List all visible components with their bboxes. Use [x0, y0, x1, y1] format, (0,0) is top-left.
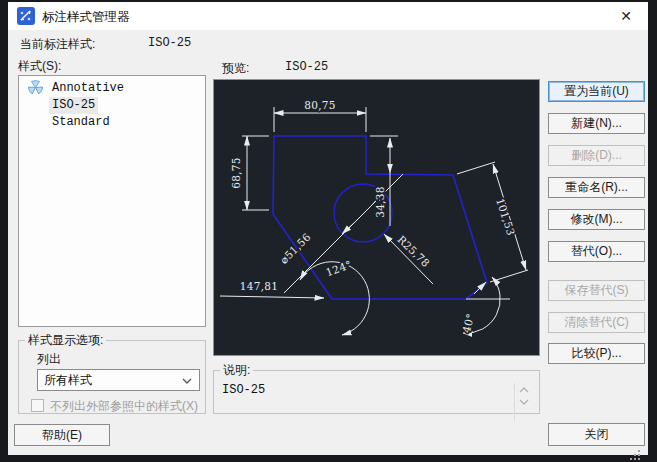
chevron-down-icon[interactable]	[519, 399, 529, 405]
screen: 标注样式管理器 ✕ 当前标注样式: ISO-25 样式(S):	[0, 0, 657, 462]
description-group: 说明: ISO-25	[213, 362, 540, 414]
list-filter-dropdown[interactable]: 所有样式	[37, 369, 200, 391]
list-item-annotative[interactable]: Annotative	[19, 79, 205, 96]
close-button[interactable]: 关闭	[548, 423, 645, 446]
save-override-button: 保存替代(S)	[548, 280, 645, 301]
xref-checkbox[interactable]	[31, 399, 44, 412]
set-current-button[interactable]: 置为当前(U)	[548, 81, 645, 102]
styles-label: 样式(S):	[18, 58, 61, 75]
preview-label: 预览:	[222, 60, 249, 77]
dim-text: 80,75	[304, 99, 336, 111]
dim-text: 68,75	[230, 157, 242, 189]
help-button[interactable]: 帮助(E)	[14, 424, 110, 446]
resize-grip[interactable]	[628, 446, 642, 462]
list-item-iso25[interactable]: ISO-25	[19, 96, 205, 113]
new-button[interactable]: 新建(N)...	[548, 113, 645, 134]
dialog-body: 当前标注样式: ISO-25 样式(S): Annotativ	[8, 30, 648, 455]
dim-text: 34,38	[374, 186, 386, 218]
delete-button: 删除(D)...	[548, 145, 645, 166]
rename-button[interactable]: 重命名(R)...	[548, 177, 645, 198]
xref-checkbox-label: 不列出外部参照中的样式(X)	[50, 398, 198, 415]
style-display-options-group: 样式显示选项: 列出 所有样式 不列出外部参照中的样式(X)	[18, 332, 206, 414]
style-display-options-label: 样式显示选项:	[25, 332, 106, 349]
compare-button[interactable]: 比较(P)...	[548, 343, 645, 364]
dialog-title: 标注样式管理器	[42, 9, 130, 26]
list-item-standard[interactable]: Standard	[19, 113, 205, 130]
preview-style-name: ISO-25	[285, 60, 328, 74]
styles-list[interactable]: Annotative ISO-25 Standard	[18, 75, 206, 327]
preview-canvas: 80,75 68,75 34,38 101,53 R25,78 ⌀51,56 1…	[213, 79, 540, 356]
titlebar[interactable]: 标注样式管理器 ✕	[8, 2, 648, 30]
close-icon[interactable]: ✕	[604, 2, 648, 30]
description-text: ISO-25	[222, 383, 265, 397]
dim-text: 147,81	[240, 280, 279, 292]
description-label: 说明:	[220, 362, 253, 379]
list-item-label: Annotative	[49, 80, 127, 97]
dropdown-value: 所有样式	[44, 373, 92, 387]
dimension-style-manager-dialog: 标注样式管理器 ✕ 当前标注样式: ISO-25 样式(S):	[8, 2, 648, 455]
current-style-label: 当前标注样式:	[20, 36, 95, 53]
dimension-style-icon	[17, 7, 35, 25]
annotative-icon	[28, 80, 43, 95]
current-style-value: ISO-25	[148, 36, 191, 50]
clear-override-button: 清除替代(C)	[548, 312, 645, 333]
chevron-up-icon[interactable]	[519, 387, 529, 393]
list-item-label: Standard	[49, 114, 113, 131]
description-scrollbar[interactable]	[514, 383, 533, 421]
list-label: 列出	[37, 351, 61, 368]
list-item-label-selected: ISO-25	[49, 97, 98, 114]
override-button[interactable]: 替代(O)...	[548, 241, 645, 262]
chevron-down-icon	[182, 378, 192, 384]
modify-button[interactable]: 修改(M)...	[548, 209, 645, 230]
